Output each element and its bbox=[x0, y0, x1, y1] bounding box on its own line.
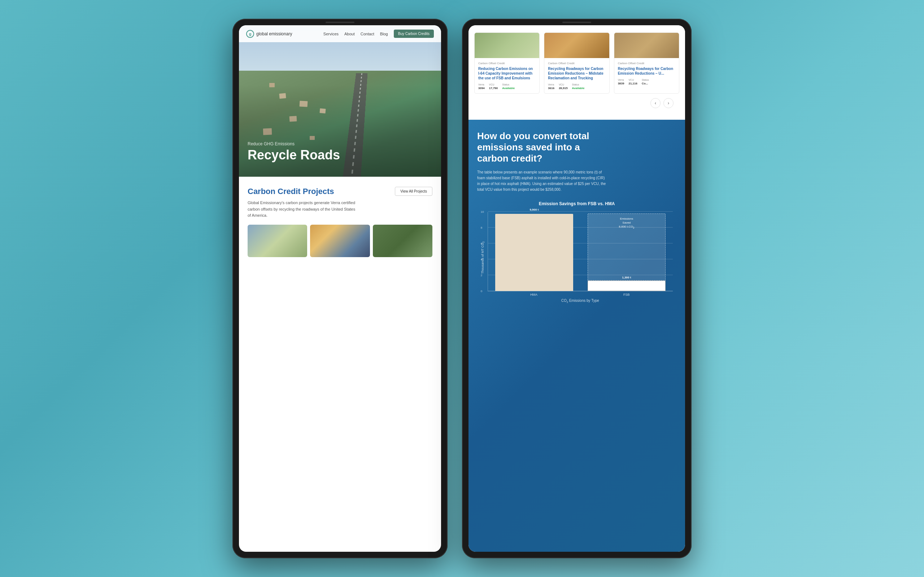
thumbnail-1[interactable] bbox=[247, 225, 307, 257]
card-tag-3: Carbon Offset Credit bbox=[618, 62, 675, 65]
thumbnail-2[interactable] bbox=[310, 225, 370, 257]
hero-section: g global emissionary Services About Cont… bbox=[239, 25, 441, 177]
cards-row: Carbon Offset Credit Reducing Carbon Emi… bbox=[474, 32, 679, 94]
vcu-label-1: VCU bbox=[489, 83, 498, 86]
vcu-value-3: 21,116 bbox=[628, 82, 637, 85]
prev-page-button[interactable]: ‹ bbox=[650, 98, 661, 108]
card-vcu-1: VCU 17,790 bbox=[489, 83, 498, 90]
card-title-2: Recycling Roadways for Carbon Emission R… bbox=[548, 66, 605, 81]
card-verra-3: Verra 3839 bbox=[618, 79, 624, 85]
grid-label-0: 0 bbox=[481, 289, 482, 292]
verra-value-3: 3839 bbox=[618, 82, 624, 85]
chart-grid: 10 8 6 4 2 0 bbox=[488, 212, 673, 292]
vcu-label-3: VCU bbox=[628, 79, 637, 81]
blue-section-title: How do you convert total emissions saved… bbox=[477, 131, 593, 164]
card-body-3: Carbon Offset Credit Recycling Roadways … bbox=[614, 58, 679, 89]
logo: g global emissionary bbox=[246, 30, 292, 38]
left-screen: g global emissionary Services About Cont… bbox=[239, 25, 441, 552]
right-tablet-inner: Carbon Offset Credit Reducing Carbon Emi… bbox=[468, 25, 685, 552]
vcu-label-2: VCU bbox=[559, 83, 567, 86]
project-card-3[interactable]: Carbon Offset Credit Recycling Roadways … bbox=[614, 32, 679, 94]
verra-label-1: Verra bbox=[478, 83, 485, 86]
card-meta-2: Verra 3616 VCU 28,915 Status Available bbox=[548, 83, 605, 90]
grid-label-4: 4 bbox=[481, 258, 482, 261]
chart-container: Emission Savings from FSB vs. HMA Thousa… bbox=[477, 201, 677, 303]
pagination: ‹ › bbox=[474, 94, 679, 113]
card-verra-2: Verra 3616 bbox=[548, 83, 554, 90]
verra-value-1: 3094 bbox=[478, 87, 485, 90]
card-status-2: Status Available bbox=[572, 83, 585, 90]
thumbnail-3[interactable] bbox=[373, 225, 432, 257]
card-tag-2: Carbon Offset Credit bbox=[548, 62, 605, 65]
next-page-button[interactable]: › bbox=[663, 98, 674, 108]
status-value-3: Co... bbox=[642, 82, 649, 85]
nav-contact[interactable]: Contact bbox=[360, 32, 374, 36]
x-label-fsb: FSB bbox=[587, 293, 666, 297]
carbon-projects-title: Carbon Credit Projects bbox=[247, 187, 356, 196]
grid-label-2: 2 bbox=[481, 273, 482, 277]
status-label-3: Status bbox=[642, 79, 649, 81]
status-label-1: Status bbox=[502, 83, 515, 86]
chart-inner: 10 8 6 4 2 0 bbox=[488, 212, 673, 303]
carbon-projects-description: Global Emissionary's carbon projects gen… bbox=[247, 200, 356, 219]
fsb-bar-label: 1,300 t bbox=[622, 276, 631, 279]
card-vcu-3: VCU 21,116 bbox=[628, 79, 637, 85]
card-image-1 bbox=[475, 33, 539, 58]
logo-text: global emissionary bbox=[256, 31, 292, 36]
right-screen: Carbon Offset Credit Reducing Carbon Emi… bbox=[468, 25, 685, 552]
card-status-1: Status Available bbox=[502, 83, 515, 90]
card-tag-1: Carbon Offset Credit bbox=[478, 62, 536, 65]
grid-label-10: 10 bbox=[481, 210, 484, 213]
navbar: g global emissionary Services About Cont… bbox=[239, 25, 441, 42]
view-all-projects-button[interactable]: View All Projects bbox=[395, 187, 432, 196]
card-meta-1: Verra 3094 VCU 17,790 Status Available bbox=[478, 83, 536, 90]
section-title-group: Carbon Credit Projects Global Emissionar… bbox=[247, 187, 356, 219]
nav-blog[interactable]: Blog bbox=[380, 32, 388, 36]
left-tablet: g global emissionary Services About Cont… bbox=[233, 19, 447, 558]
card-image-2 bbox=[544, 33, 609, 58]
hero-overlay: Reduce GHG Emissions Recycle Roads bbox=[247, 141, 340, 162]
buy-carbon-credits-button[interactable]: Buy Carbon Credits bbox=[394, 29, 434, 38]
blue-section: How do you convert total emissions saved… bbox=[468, 120, 685, 552]
chart-title: Emission Savings from FSB vs. HMA bbox=[481, 201, 673, 206]
emissions-saved-bar: EmissionsSaved8,600 t-CO2 bbox=[588, 213, 666, 280]
hero-title: Recycle Roads bbox=[247, 148, 340, 162]
nav-services[interactable]: Services bbox=[323, 32, 339, 36]
project-card-1[interactable]: Carbon Offset Credit Reducing Carbon Emi… bbox=[474, 32, 540, 94]
verra-label-3: Verra bbox=[618, 79, 624, 81]
project-thumbnails bbox=[247, 225, 432, 257]
hma-bar: 9,900 t bbox=[495, 214, 573, 291]
hma-bar-label: 9,900 t bbox=[530, 208, 538, 211]
bars-row: 9,900 t EmissionsSaved8,600 t-C bbox=[495, 212, 666, 291]
verra-value-2: 3616 bbox=[548, 87, 554, 90]
card-meta-3: Verra 3839 VCU 21,116 Status Co... bbox=[618, 79, 675, 85]
vcu-value-2: 28,915 bbox=[559, 87, 567, 90]
blue-section-description: The table below presents an example scen… bbox=[477, 169, 607, 193]
emissions-label: EmissionsSaved8,600 t-CO2 bbox=[619, 217, 635, 229]
chart-x-axis-label: CO2 Emissions by Type bbox=[488, 298, 673, 303]
fsb-construction-bar: 1,300 t bbox=[588, 280, 666, 291]
grid-label-6: 6 bbox=[481, 242, 482, 245]
logo-icon: g bbox=[246, 30, 254, 38]
status-label-2: Status bbox=[572, 83, 585, 86]
status-value-1: Available bbox=[502, 87, 515, 90]
card-image-3 bbox=[614, 33, 679, 58]
hma-bar-group: 9,900 t bbox=[495, 214, 573, 291]
status-value-2: Available bbox=[572, 87, 585, 90]
verra-label-2: Verra bbox=[548, 83, 554, 86]
chart-x-labels: HMA FSB bbox=[488, 293, 673, 297]
card-body-1: Carbon Offset Credit Reducing Carbon Emi… bbox=[475, 58, 539, 93]
x-label-hma: HMA bbox=[495, 293, 573, 297]
card-body-2: Carbon Offset Credit Recycling Roadways … bbox=[544, 58, 609, 93]
cards-section: Carbon Offset Credit Reducing Carbon Emi… bbox=[468, 25, 685, 120]
nav-about[interactable]: About bbox=[344, 32, 355, 36]
vcu-value-1: 17,790 bbox=[489, 87, 498, 90]
carbon-projects-section: Carbon Credit Projects Global Emissionar… bbox=[239, 177, 441, 267]
card-vcu-2: VCU 28,915 bbox=[559, 83, 567, 90]
card-title-3: Recycling Roadways for Carbon Emission R… bbox=[618, 66, 675, 76]
project-card-2[interactable]: Carbon Offset Credit Recycling Roadways … bbox=[544, 32, 609, 94]
right-tablet: Carbon Offset Credit Reducing Carbon Emi… bbox=[462, 19, 691, 558]
nav-links: Services About Contact Blog Buy Carbon C… bbox=[323, 29, 434, 38]
chart-area: Thousands of MT CO2 10 8 6 4 2 0 bbox=[481, 212, 673, 303]
card-verra-1: Verra 3094 bbox=[478, 83, 485, 90]
